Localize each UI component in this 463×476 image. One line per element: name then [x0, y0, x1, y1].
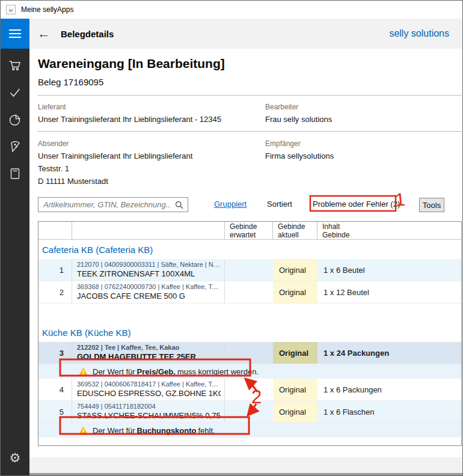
gebinde-aktuell-badge: Original	[273, 379, 317, 400]
table-row[interactable]: 2369368 | 07622400009730 | Kaffee | Kaff…	[38, 281, 461, 304]
article-cell: 212202 | Tee | Kaffee, Tee, KakaoGOLDM H…	[72, 342, 225, 364]
column-header: Gebindeaktuell	[273, 222, 317, 239]
warning-icon	[78, 367, 88, 376]
warning-text: Der Wert für	[93, 426, 135, 435]
bearbeiter-value: Frau selly solutions	[265, 115, 332, 124]
gebinde-erwartet-cell	[225, 401, 273, 423]
column-header: InhaltGebinde	[317, 222, 461, 239]
nav-sidebar: ⚙	[1, 49, 29, 475]
article-meta: 754449 | 05411718182004	[77, 403, 221, 410]
checkmark-icon[interactable]	[8, 85, 22, 100]
column-header	[72, 222, 225, 239]
book-icon[interactable]	[8, 166, 22, 181]
divider	[38, 95, 462, 96]
absender-line-3: D 11111 Musterstadt	[38, 177, 108, 186]
search-icon[interactable]	[175, 201, 183, 209]
spacer-row	[38, 304, 461, 323]
app-window: w Meine sellyApps ← Belegdetails selly s…	[0, 0, 463, 476]
pie-chart-icon[interactable]	[8, 112, 22, 127]
gebinde-erwartet-cell	[225, 342, 273, 364]
inhalt-gebinde-cell: 1 x 12 Beutel	[317, 281, 461, 303]
warning-row: Der Wert fürBuchungskontofehlt.	[38, 423, 461, 438]
column-header-line2: Gebinde	[322, 231, 461, 239]
pizza-slice-icon[interactable]	[8, 139, 22, 154]
inhalt-gebinde-cell: 1 x 6 Packungen	[317, 379, 461, 400]
group-header-label: Küche KB (Küche KB)	[42, 328, 131, 338]
article-meta: 369532 | 04006067818417 | Kaffee | Kaffe…	[77, 380, 221, 388]
main-content: Wareneingang [In Bearbeitung] Beleg 1716…	[29, 49, 462, 475]
divider	[38, 131, 462, 132]
group-header-row[interactable]: Küche KB (Küche KB)	[38, 323, 461, 342]
gebinde-erwartet-cell	[225, 259, 273, 281]
tools-button[interactable]: Tools	[419, 198, 444, 212]
back-button[interactable]: ←	[37, 27, 51, 40]
gebinde-erwartet-cell	[225, 379, 273, 400]
table-row[interactable]: 3212202 | Tee | Kaffee, Tee, KakaoGOLDM …	[38, 342, 461, 364]
search-input[interactable]	[38, 198, 188, 212]
gebinde-aktuell-badge: Original	[273, 401, 317, 423]
inhalt-gebinde-cell: 1 x 6 Flaschen	[317, 401, 461, 423]
row-number: 5	[38, 401, 72, 423]
column-header-line2: erwartet	[230, 231, 272, 239]
lieferant-value: Unser Trainingslieferant Ihr Lieblingsli…	[38, 115, 221, 124]
warning-icon	[78, 426, 88, 435]
article-cell: 369368 | 07622400009730 | Kaffee | Kaffe…	[72, 281, 225, 303]
table-row[interactable]: 1212070 | 04009300003311 | Säfte, Nektar…	[38, 259, 461, 281]
column-header: Gebindeerwartet	[225, 222, 273, 239]
gebinde-aktuell-badge: Original	[273, 342, 317, 364]
lieferant-label: Lieferant	[38, 103, 66, 111]
window-title: Meine sellyApps	[21, 5, 73, 14]
group-header-row[interactable]: Cafeteria KB (Cafeteria KB)	[38, 240, 461, 259]
filter-gruppiert[interactable]: Gruppiert	[214, 200, 247, 209]
warning-text: Der Wert für	[93, 367, 135, 376]
app-logo-icon: w	[6, 5, 16, 14]
window-bottom-edge	[29, 473, 462, 476]
absender-line-1: Unser Trainingslieferant Ihr Lieblingsli…	[38, 151, 192, 160]
table-row[interactable]: 5754449 | 05411718182004STASS.LYCHEE-SCH…	[38, 401, 461, 423]
warning-text: fehlt.	[198, 426, 215, 435]
column-header-line1: Inhalt	[322, 222, 461, 231]
article-name: STASS.LYCHEE-SCHAUMWEIN5% 0,75	[77, 411, 221, 420]
brand-label: selly solutions	[389, 28, 449, 39]
article-cell: 212070 | 04009300003311 | Säfte, Nektare…	[72, 259, 225, 281]
bearbeiter-label: Bearbeiter	[265, 103, 298, 111]
absender-label: Absender	[38, 139, 69, 148]
article-search-box	[38, 197, 188, 212]
article-name: EDUSCHO ESPRESSO, GZ.BOHNE 1KG	[77, 389, 221, 398]
app-header-bar: ← Belegdetails selly solutions	[1, 19, 462, 49]
article-cell: 369532 | 04006067818417 | Kaffee | Kaffe…	[72, 379, 225, 400]
column-header-line1: Gebinde	[278, 222, 317, 231]
column-header-line1: Gebinde	[230, 222, 272, 231]
warning-field-name: Preis/Geb.	[137, 367, 176, 376]
article-meta: 212070 | 04009300003311 | Säfte, Nektare…	[77, 261, 221, 268]
article-meta: 212202 | Tee | Kaffee, Tee, Kakao	[77, 344, 221, 351]
warning-text: muss korrigiert werden.	[177, 367, 259, 376]
filter-sortiert[interactable]: Sortiert	[267, 200, 292, 209]
group-header-label: Cafeteria KB (Cafeteria KB)	[42, 245, 153, 255]
column-header-line2: aktuell	[278, 231, 317, 239]
absender-line-2: Teststr. 1	[38, 164, 69, 173]
inhalt-gebinde-cell: 1 x 6 Beutel	[317, 259, 461, 281]
table-row[interactable]: 4369532 | 04006067818417 | Kaffee | Kaff…	[38, 379, 461, 401]
empfaenger-value: Firma sellysolutions	[265, 151, 334, 160]
document-number: Beleg 17169095	[38, 77, 103, 87]
page-header-title: Belegdetails	[61, 29, 114, 39]
row-number: 4	[38, 379, 72, 400]
settings-gear-icon[interactable]: ⚙	[7, 450, 23, 466]
row-number: 3	[38, 342, 72, 364]
gebinde-erwartet-cell	[225, 281, 273, 303]
article-name: JACOBS CAFE CREME 500 G	[77, 291, 221, 301]
row-number: 2	[38, 281, 72, 303]
items-table: GebindeerwartetGebindeaktuellInhaltGebin…	[38, 221, 462, 446]
filter-probleme-oder-fehler[interactable]: Probleme oder Fehler (2)	[313, 200, 400, 209]
article-cell: 754449 | 05411718182004STASS.LYCHEE-SCHA…	[72, 401, 225, 423]
article-name: GOLDM HAGEBUTTE TEE 25ER	[77, 352, 221, 361]
cart-icon[interactable]	[8, 58, 22, 73]
row-number: 1	[38, 259, 72, 281]
column-header	[38, 222, 72, 239]
warning-field-name: Buchungskonto	[137, 426, 197, 435]
document-title: Wareneingang [In Bearbeitung]	[38, 56, 225, 71]
gebinde-aktuell-badge: Original	[273, 281, 317, 303]
gebinde-aktuell-badge: Original	[273, 259, 317, 281]
hamburger-menu-button[interactable]	[1, 19, 29, 49]
